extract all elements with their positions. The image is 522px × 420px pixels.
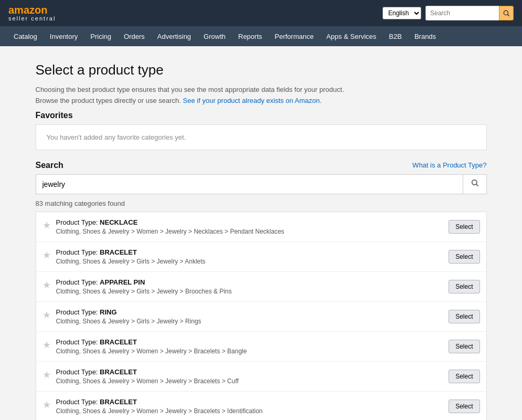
nav-item-apps[interactable]: Apps & Services — [321, 28, 381, 45]
select-button[interactable]: Select — [449, 220, 480, 234]
nav-item-inventory[interactable]: Inventory — [45, 28, 83, 45]
result-title: Product Type: RING — [56, 308, 444, 316]
description: Choosing the best product type ensures t… — [36, 85, 487, 107]
header: amazon seller central English — [0, 0, 522, 26]
nav-item-pricing[interactable]: Pricing — [85, 28, 116, 45]
favorite-star-icon[interactable]: ★ — [42, 279, 51, 291]
result-info: Product Type: BRACELET Clothing, Shoes &… — [56, 368, 444, 385]
favorite-star-icon[interactable]: ★ — [42, 339, 51, 351]
nav-item-brands[interactable]: Brands — [409, 28, 441, 45]
favorite-star-icon[interactable]: ★ — [42, 249, 51, 261]
select-button[interactable]: Select — [449, 310, 480, 323]
svg-line-3 — [476, 184, 478, 186]
result-title: Product Type: BRACELET — [56, 398, 444, 406]
product-search-button[interactable] — [463, 175, 486, 194]
results-count: 83 matching categories found — [36, 200, 487, 207]
result-title: Product Type: BRACELET — [56, 338, 444, 346]
result-type-name: BRACELET — [100, 368, 137, 376]
nav-item-reports[interactable]: Reports — [233, 28, 268, 45]
result-item: ★ Product Type: BRACELET Clothing, Shoes… — [36, 332, 486, 362]
result-type-label: Product Type: — [56, 278, 100, 286]
result-info: Product Type: NECKLACE Clothing, Shoes &… — [56, 218, 444, 235]
product-search-input[interactable] — [36, 175, 463, 194]
result-type-name: NECKLACE — [100, 218, 137, 226]
favorite-star-icon[interactable]: ★ — [42, 399, 51, 411]
favorite-star-icon[interactable]: ★ — [42, 309, 51, 321]
result-type-name: APPAREL PIN — [100, 278, 145, 286]
result-item: ★ Product Type: NECKLACE Clothing, Shoes… — [36, 212, 486, 242]
result-type-label: Product Type: — [56, 308, 100, 316]
description-line1: Choosing the best product type ensures t… — [36, 86, 344, 93]
header-right: English — [382, 6, 514, 20]
product-exists-link[interactable]: See if your product already exists on Am… — [183, 97, 322, 104]
result-path: Clothing, Shoes & Jewelry > Women > Jewe… — [56, 228, 444, 235]
result-type-name: RING — [100, 308, 117, 316]
result-title: Product Type: NECKLACE — [56, 218, 444, 226]
result-title: Product Type: APPAREL PIN — [56, 278, 444, 286]
product-search-wrapper — [36, 174, 487, 194]
search-icon — [471, 178, 479, 187]
select-button[interactable]: Select — [449, 400, 480, 413]
result-info: Product Type: BRACELET Clothing, Shoes &… — [56, 338, 444, 355]
result-type-label: Product Type: — [56, 368, 100, 376]
select-button[interactable]: Select — [449, 370, 480, 383]
description-line2: Browse the product types directly or use… — [36, 97, 181, 104]
result-info: Product Type: RING Clothing, Shoes & Jew… — [56, 308, 444, 325]
search-bar — [425, 6, 514, 20]
svg-point-2 — [472, 180, 476, 185]
header-search-input[interactable] — [425, 6, 499, 20]
nav-item-b2b[interactable]: B2B — [383, 28, 407, 45]
nav-item-growth[interactable]: Growth — [198, 28, 231, 45]
result-item: ★ Product Type: BRACELET Clothing, Shoes… — [36, 362, 486, 392]
favorite-star-icon[interactable]: ★ — [42, 369, 51, 381]
nav-item-orders[interactable]: Orders — [119, 28, 150, 45]
favorite-star-icon[interactable]: ★ — [42, 219, 51, 231]
select-button[interactable]: Select — [449, 280, 480, 293]
what-is-product-type-link[interactable]: What is a Product Type? — [412, 161, 486, 169]
select-button[interactable]: Select — [449, 340, 480, 353]
result-path: Clothing, Shoes & Jewelry > Girls > Jewe… — [56, 288, 444, 295]
language-selector[interactable]: English — [382, 7, 421, 19]
result-path: Clothing, Shoes & Jewelry > Women > Jewe… — [56, 407, 444, 415]
nav-item-performance[interactable]: Performance — [270, 28, 319, 45]
logo-area: amazon seller central — [8, 5, 56, 22]
result-type-name: BRACELET — [100, 338, 137, 346]
nav: Catalog Inventory Pricing Orders Adverti… — [0, 26, 522, 46]
result-path: Clothing, Shoes & Jewelry > Women > Jewe… — [56, 377, 444, 385]
search-icon — [503, 9, 510, 17]
result-type-label: Product Type: — [56, 338, 100, 346]
result-title: Product Type: BRACELET — [56, 368, 444, 376]
result-item: ★ Product Type: RING Clothing, Shoes & J… — [36, 302, 486, 332]
nav-item-catalog[interactable]: Catalog — [8, 28, 42, 45]
logo-sub: seller central — [8, 15, 56, 22]
result-item: ★ Product Type: APPAREL PIN Clothing, Sh… — [36, 272, 486, 302]
result-item: ★ Product Type: BRACELET Clothing, Shoes… — [36, 242, 486, 272]
search-header: Search What is a Product Type? — [36, 161, 487, 170]
result-item: ★ Product Type: BRACELET Clothing, Shoes… — [36, 392, 486, 420]
result-title: Product Type: BRACELET — [56, 248, 444, 256]
result-type-label: Product Type: — [56, 218, 100, 226]
results-list: ★ Product Type: NECKLACE Clothing, Shoes… — [36, 212, 487, 420]
logo-text: amazon — [8, 5, 56, 15]
result-path: Clothing, Shoes & Jewelry > Girls > Jewe… — [56, 258, 444, 265]
page-title: Select a product type — [36, 62, 487, 78]
result-info: Product Type: BRACELET Clothing, Shoes &… — [56, 398, 444, 415]
nav-item-advertising[interactable]: Advertising — [152, 28, 196, 45]
svg-point-0 — [504, 10, 508, 15]
favorites-label: Favorites — [36, 111, 487, 120]
svg-line-1 — [508, 15, 509, 16]
result-type-name: BRACELET — [100, 398, 137, 406]
result-info: Product Type: APPAREL PIN Clothing, Shoe… — [56, 278, 444, 295]
header-search-button[interactable] — [499, 6, 514, 20]
result-type-label: Product Type: — [56, 398, 100, 406]
search-section: Search What is a Product Type? 83 matchi… — [36, 161, 487, 420]
result-type-label: Product Type: — [56, 248, 100, 256]
result-path: Clothing, Shoes & Jewelry > Girls > Jewe… — [56, 318, 444, 325]
result-path: Clothing, Shoes & Jewelry > Women > Jewe… — [56, 348, 444, 355]
result-info: Product Type: BRACELET Clothing, Shoes &… — [56, 248, 444, 265]
favorites-box: You haven't added any favorite categorie… — [36, 124, 487, 150]
select-button[interactable]: Select — [449, 250, 480, 264]
main-content: Select a product type Choosing the best … — [25, 62, 497, 420]
favorites-empty-text: You haven't added any favorite categorie… — [47, 133, 186, 141]
search-section-label: Search — [36, 161, 63, 170]
